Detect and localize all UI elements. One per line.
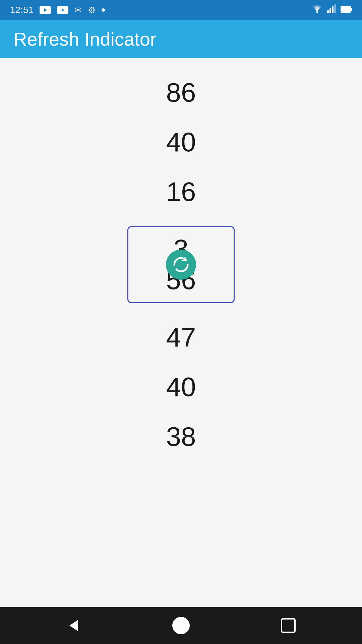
list-item: 40 [0,362,362,412]
svg-rect-6 [334,4,336,13]
svg-rect-4 [329,8,331,13]
list-item: 38 [0,412,362,462]
back-button[interactable] [62,614,85,637]
recents-button[interactable] [277,614,300,637]
status-time: 12:51 [10,5,34,15]
signal-icon [327,4,336,16]
list-item-value: 40 [166,372,196,402]
list-item: 40 [0,117,362,167]
status-bar-right [312,4,352,16]
status-bar-left: 12:51 ✉ ⚙ [10,5,105,15]
refresh-indicator [166,250,196,280]
youtube2-icon [57,6,68,14]
status-bar: 12:51 ✉ ⚙ [0,0,362,20]
battery-icon [341,5,352,15]
list-item: 86 [0,68,362,117]
svg-marker-1 [62,8,64,12]
svg-marker-10 [69,620,78,631]
list-item-value: 40 [166,127,196,158]
list-item: 47 [0,313,362,362]
svg-rect-5 [332,6,334,13]
notification-dot [102,8,105,12]
content-area: 86 40 16 3 56 47 40 38 [0,58,362,607]
youtube-icon [40,6,51,14]
svg-point-2 [316,11,318,13]
home-button[interactable] [169,614,193,637]
svg-rect-8 [351,8,352,11]
svg-marker-0 [44,8,47,12]
list-item-value: 38 [166,421,196,452]
list-item: 16 [0,167,362,217]
app-bar-title: Refresh Indicator [13,28,156,50]
selected-box: 3 56 [127,226,235,303]
svg-rect-9 [341,7,350,12]
wifi-icon [312,5,322,16]
bottom-nav [0,607,362,644]
list-item-value: 86 [166,77,196,108]
list-item-value: 47 [166,322,196,353]
selected-list-item[interactable]: 3 56 [0,217,362,313]
app-bar: Refresh Indicator [0,20,362,58]
list-item-value: 16 [166,176,196,207]
refresh-icon [172,256,190,273]
settings-icon: ⚙ [88,5,96,15]
svg-rect-3 [327,10,329,13]
mail-icon: ✉ [74,5,82,15]
